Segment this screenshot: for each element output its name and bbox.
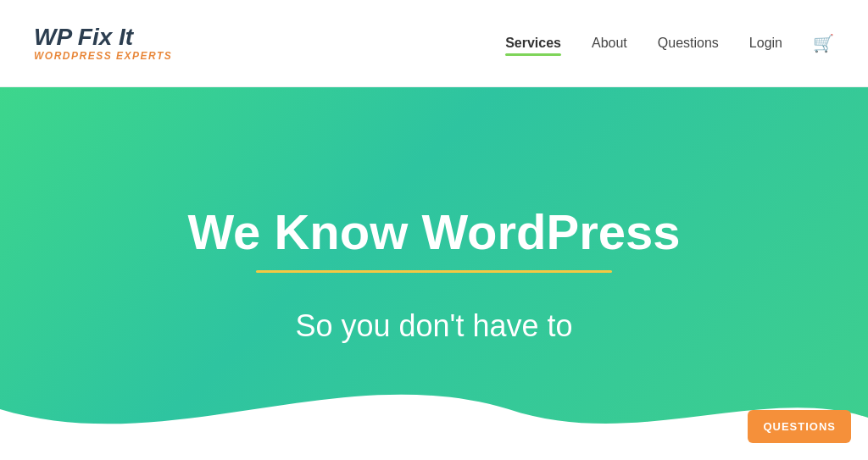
questions-float-button[interactable]: QUESTIONS xyxy=(748,410,851,443)
main-nav: Services About Questions Login 🛒 xyxy=(505,33,834,53)
hero-wave xyxy=(0,358,868,460)
hero-headline: We Know WordPress xyxy=(187,203,680,273)
logo-subtitle: WORDPRESS EXPERTS xyxy=(34,51,172,62)
site-header: WP Fix It WORDPRESS EXPERTS Services Abo… xyxy=(0,0,868,87)
logo-title: WP Fix It xyxy=(34,25,172,51)
nav-item-login[interactable]: Login xyxy=(749,36,782,51)
hero-subheadline: So you don't have to xyxy=(295,308,572,344)
nav-item-services[interactable]: Services xyxy=(505,36,561,51)
nav-item-questions[interactable]: Questions xyxy=(658,36,719,51)
nav-item-about[interactable]: About xyxy=(592,36,627,51)
cart-icon[interactable]: 🛒 xyxy=(813,33,834,53)
hero-section: We Know WordPress So you don't have to xyxy=(0,87,868,460)
logo[interactable]: WP Fix It WORDPRESS EXPERTS xyxy=(34,25,172,62)
